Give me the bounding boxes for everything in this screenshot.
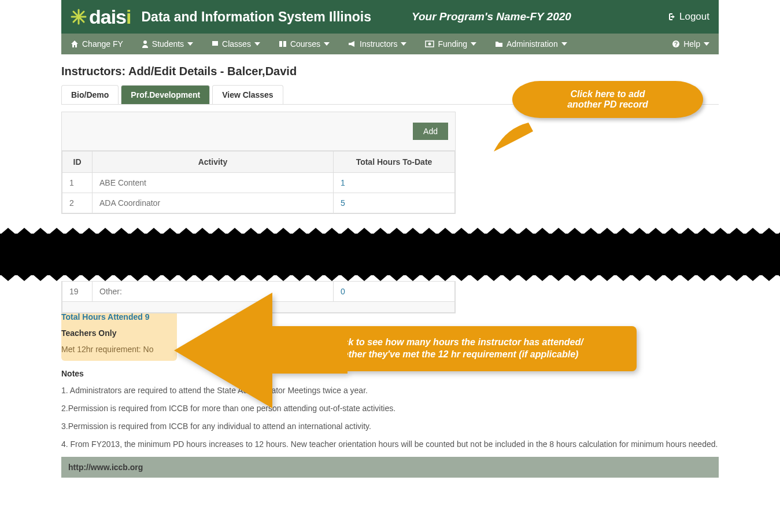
caret-icon: [704, 42, 709, 46]
nav-label: Classes: [222, 39, 251, 49]
add-button[interactable]: Add: [413, 123, 448, 140]
cell-hours: 5: [334, 193, 455, 213]
cell-id: 2: [62, 193, 93, 213]
met-requirement: Met 12hr requirement: No: [61, 345, 171, 354]
callout-text: another PD record: [567, 99, 648, 109]
callout-check-hours: Check to see how many hours the instruct…: [174, 326, 637, 371]
nav-label: Students: [152, 39, 184, 49]
cell-activity: ABE Content: [93, 173, 334, 193]
cell-hours: 0: [334, 282, 455, 302]
svg-rect-10: [0, 234, 780, 275]
logout-label: Logout: [679, 11, 709, 23]
folder-icon: [495, 40, 503, 47]
nav-label: Funding: [438, 39, 467, 49]
cell-id: 19: [62, 282, 93, 302]
table-row: 2 ADA Coordinator 5: [62, 193, 455, 213]
note-line: 1. Administrators are required to attend…: [61, 385, 719, 396]
table-row: 1 ABE Content 1: [62, 173, 455, 193]
caret-icon: [324, 42, 330, 46]
page-title: Instructors: Add/Edit Details - Balcer,D…: [61, 65, 719, 78]
cell-activity: ADA Coordinator: [93, 193, 334, 213]
logo: daisi: [71, 6, 131, 28]
tab-view-classes[interactable]: View Classes: [212, 85, 283, 104]
nav-label: Help: [683, 39, 700, 49]
hours-link[interactable]: 5: [341, 198, 345, 208]
col-activity: Activity: [93, 152, 334, 173]
nav-instructors[interactable]: Instructors: [339, 34, 416, 54]
cell-hours: 1: [334, 173, 455, 193]
logo-accent: i: [126, 6, 131, 28]
caret-icon: [401, 42, 406, 46]
table-toolbar: Add: [62, 112, 455, 151]
header-bar: daisi Data and Information System Illino…: [61, 0, 719, 34]
nav-label: Change FY: [82, 39, 123, 49]
nav-funding[interactable]: Funding: [416, 34, 486, 54]
person-icon: [142, 40, 149, 48]
nav-label: Instructors: [360, 39, 397, 49]
col-hours: Total Hours To-Date: [334, 152, 455, 173]
nav-help[interactable]: ? Help: [663, 34, 719, 54]
col-id: ID: [62, 152, 93, 173]
hours-link[interactable]: 1: [341, 178, 345, 187]
caret-icon: [561, 42, 567, 46]
board-icon: [212, 40, 219, 48]
program-name: Your Program's Name-FY 2020: [412, 10, 571, 23]
callout-text: Click here to add: [571, 89, 645, 99]
help-icon: ?: [672, 40, 680, 48]
nav-change-fy[interactable]: Change FY: [61, 34, 132, 54]
svg-text:?: ?: [674, 41, 678, 47]
svg-rect-5: [212, 41, 218, 46]
nav-label: Administration: [507, 39, 558, 49]
total-hours-attended: Total Hours Attended 9: [61, 312, 171, 322]
callout-text: whether they've met the 12 hr requiremen…: [331, 349, 579, 359]
logo-icon: [71, 9, 87, 25]
bullhorn-icon: [348, 40, 356, 47]
caret-icon: [187, 42, 193, 46]
svg-point-4: [143, 40, 147, 44]
logout-icon: [667, 12, 676, 21]
cell-id: 1: [62, 173, 93, 193]
nav-bar: Change FY Students Classes Courses Instr…: [61, 34, 719, 54]
nav-label: Courses: [290, 39, 320, 49]
caret-icon: [254, 42, 260, 46]
arrow-shape: Check to see how many hours the instruct…: [174, 326, 637, 371]
pd-table: ID Activity Total Hours To-Date 1 ABE Co…: [62, 151, 455, 213]
note-line: 4. From FY2013, the minimum PD hours inc…: [61, 439, 719, 450]
tab-prof-development[interactable]: Prof.Development: [121, 85, 210, 104]
svg-point-7: [428, 43, 431, 46]
money-icon: [425, 40, 434, 47]
summary-box: Total Hours Attended 9 Teachers Only Met…: [61, 305, 177, 361]
logout-link[interactable]: Logout: [667, 11, 709, 23]
svg-rect-11: [0, 228, 780, 235]
nav-administration[interactable]: Administration: [486, 34, 576, 54]
nav-courses[interactable]: Courses: [269, 34, 339, 54]
callout-bubble: Click here to add another PD record: [512, 81, 703, 118]
teachers-only-label: Teachers Only: [61, 328, 171, 338]
page-tear-graphic: [0, 228, 780, 281]
nav-students[interactable]: Students: [132, 34, 202, 54]
logo-text: dais: [89, 6, 126, 28]
callout-add-pd: Click here to add another PD record: [512, 81, 703, 118]
nav-classes[interactable]: Classes: [202, 34, 269, 54]
callout-text: Check to see how many hours the instruct…: [326, 337, 583, 347]
note-line: 2.Permission is required from ICCB for m…: [61, 403, 719, 414]
callout-tail: [494, 123, 528, 146]
note-line: 3.Permission is required from ICCB for a…: [61, 421, 719, 432]
tab-bio-demo[interactable]: Bio/Demo: [61, 85, 119, 104]
app-title: Data and Information System Illinois: [142, 9, 371, 25]
arrow-head-icon: [174, 293, 348, 408]
footer-url: http://www.iccb.org: [61, 457, 719, 478]
book-icon: [279, 40, 287, 47]
home-icon: [71, 40, 79, 48]
caret-icon: [471, 42, 476, 46]
svg-rect-12: [0, 274, 780, 281]
pd-table-card: Add ID Activity Total Hours To-Date 1 AB…: [61, 112, 456, 214]
